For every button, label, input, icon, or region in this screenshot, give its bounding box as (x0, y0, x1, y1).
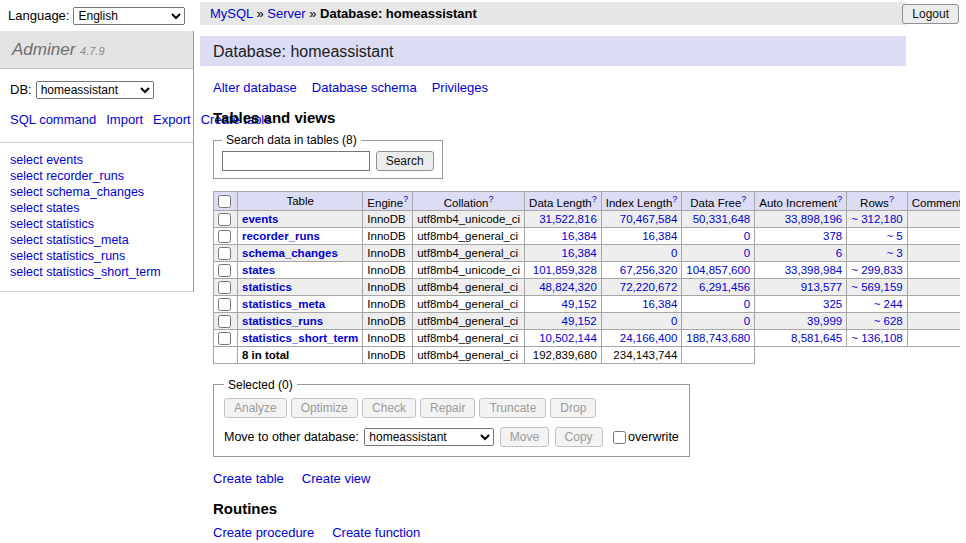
create-table-link[interactable]: Create table (213, 471, 284, 486)
data-length-states[interactable]: 101,859,328 (533, 264, 597, 276)
action-privileges[interactable]: Privileges (432, 80, 488, 95)
data-length-events[interactable]: 31,522,816 (539, 213, 597, 225)
auto-increment-statistics-short-term[interactable]: 8,581,645 (791, 332, 842, 344)
logout-button[interactable]: Logout (902, 4, 959, 24)
optimize-button[interactable]: Optimize (291, 398, 358, 418)
checkbox-statistics-meta[interactable] (218, 298, 231, 311)
table-link-statistics[interactable]: statistics (242, 281, 292, 293)
data-length-recorder-runs[interactable]: 16,384 (562, 230, 597, 242)
repair-button[interactable]: Repair (420, 398, 475, 418)
total-index-length: 234,143,744 (601, 346, 682, 363)
drop-button[interactable]: Drop (550, 398, 596, 418)
help-index-length-icon[interactable]: ? (672, 194, 677, 204)
index-length-events[interactable]: 70,467,584 (620, 213, 678, 225)
index-length-statistics-runs[interactable]: 0 (671, 315, 677, 327)
table-link-schema-changes[interactable]: schema_changes (242, 247, 338, 259)
sidebar-link-export[interactable]: Export (153, 112, 191, 127)
sidebar-select-statistics[interactable]: select statistics (10, 216, 183, 232)
language-select[interactable]: English (73, 7, 185, 25)
data-length-statistics[interactable]: 48,824,320 (539, 281, 597, 293)
move-db-select[interactable]: homeassistant (364, 428, 494, 446)
data-free-events[interactable]: 50,331,648 (693, 213, 751, 225)
analyze-button[interactable]: Analyze (224, 398, 287, 418)
data-length-statistics-meta[interactable]: 49,152 (562, 298, 597, 310)
table-link-statistics-short-term[interactable]: statistics_short_term (242, 332, 358, 344)
help-collation-icon[interactable]: ? (488, 194, 493, 204)
checkbox-statistics[interactable] (218, 281, 231, 294)
data-free-statistics-meta[interactable]: 0 (744, 298, 750, 310)
rows-recorder-runs[interactable]: ~ 5 (886, 230, 902, 242)
move-button[interactable]: Move (500, 427, 549, 447)
rows-events[interactable]: ~ 312,180 (851, 213, 902, 225)
help-data-free-icon[interactable]: ? (741, 194, 746, 204)
sidebar-link-import[interactable]: Import (106, 112, 143, 127)
checkbox-states[interactable] (218, 264, 231, 277)
breadcrumb-mysql[interactable]: MySQL (210, 6, 253, 21)
checkbox-statistics-short-term[interactable] (218, 332, 231, 345)
index-length-recorder-runs[interactable]: 16,384 (642, 230, 677, 242)
auto-increment-statistics-meta[interactable]: 325 (823, 298, 842, 310)
breadcrumb-server[interactable]: Server (267, 6, 305, 21)
sidebar-select-schema-changes[interactable]: select schema_changes (10, 184, 183, 200)
table-link-statistics-runs[interactable]: statistics_runs (242, 315, 323, 327)
auto-increment-schema-changes[interactable]: 6 (836, 247, 842, 259)
rows-statistics-short-term[interactable]: ~ 136,108 (851, 332, 902, 344)
sidebar-select-statistics-runs[interactable]: select statistics_runs (10, 248, 183, 264)
help-auto-increment-icon[interactable]: ? (837, 194, 842, 204)
auto-increment-recorder-runs[interactable]: 378 (823, 230, 842, 242)
data-length-schema-changes[interactable]: 16,384 (562, 247, 597, 259)
create-function-link[interactable]: Create function (332, 525, 420, 540)
help-rows-icon[interactable]: ? (889, 194, 894, 204)
data-free-statistics-short-term[interactable]: 188,743,680 (686, 332, 750, 344)
sidebar-select-states[interactable]: select states (10, 200, 183, 216)
auto-increment-statistics-runs[interactable]: 39,999 (807, 315, 842, 327)
rows-states[interactable]: ~ 299,833 (851, 264, 902, 276)
rows-schema-changes[interactable]: ~ 3 (886, 247, 902, 259)
data-length-statistics-runs[interactable]: 49,152 (562, 315, 597, 327)
sidebar-select-recorder-runs[interactable]: select recorder_runs (10, 168, 183, 184)
create-procedure-link[interactable]: Create procedure (213, 525, 314, 540)
auto-increment-statistics[interactable]: 913,577 (801, 281, 843, 293)
checkbox-statistics-runs[interactable] (218, 315, 231, 328)
sidebar-link-sql-command[interactable]: SQL command (10, 112, 96, 127)
sidebar-select-statistics-short-term[interactable]: select statistics_short_term (10, 264, 183, 280)
rows-statistics-runs[interactable]: ~ 628 (874, 315, 903, 327)
checkbox-events[interactable] (218, 213, 231, 226)
truncate-button[interactable]: Truncate (479, 398, 546, 418)
sidebar-select-events[interactable]: select events (10, 152, 183, 168)
auto-increment-events[interactable]: 33,898,196 (785, 213, 843, 225)
table-link-states[interactable]: states (242, 264, 275, 276)
sidebar-select-statistics-meta[interactable]: select statistics_meta (10, 232, 183, 248)
table-link-recorder-runs[interactable]: recorder_runs (242, 230, 320, 242)
create-view-link[interactable]: Create view (302, 471, 371, 486)
data-free-schema-changes[interactable]: 0 (744, 247, 750, 259)
rows-statistics-meta[interactable]: ~ 244 (874, 298, 903, 310)
search-input[interactable] (222, 151, 370, 171)
index-length-statistics[interactable]: 72,220,672 (620, 281, 678, 293)
data-free-recorder-runs[interactable]: 0 (744, 230, 750, 242)
auto-increment-states[interactable]: 33,398,984 (785, 264, 843, 276)
index-length-statistics-meta[interactable]: 16,384 (642, 298, 677, 310)
action-database-schema[interactable]: Database schema (312, 80, 417, 95)
rows-statistics[interactable]: ~ 569,159 (851, 281, 902, 293)
overwrite-checkbox[interactable] (613, 431, 626, 444)
action-alter-database[interactable]: Alter database (213, 80, 297, 95)
index-length-statistics-short-term[interactable]: 24,166,400 (620, 332, 678, 344)
help-data-length-icon[interactable]: ? (592, 194, 597, 204)
index-length-states[interactable]: 67,256,320 (620, 264, 678, 276)
check-button[interactable]: Check (362, 398, 416, 418)
data-free-statistics-runs[interactable]: 0 (744, 315, 750, 327)
data-free-statistics[interactable]: 6,291,456 (699, 281, 750, 293)
data-free-states[interactable]: 104,857,600 (686, 264, 750, 276)
table-link-events[interactable]: events (242, 213, 278, 225)
select-all-checkbox[interactable] (218, 195, 231, 208)
table-link-statistics-meta[interactable]: statistics_meta (242, 298, 325, 310)
checkbox-recorder-runs[interactable] (218, 230, 231, 243)
data-length-statistics-short-term[interactable]: 10,502,144 (539, 332, 597, 344)
checkbox-schema-changes[interactable] (218, 247, 231, 260)
copy-button[interactable]: Copy (555, 427, 603, 447)
search-button[interactable]: Search (376, 151, 434, 171)
index-length-schema-changes[interactable]: 0 (671, 247, 677, 259)
help-engine-icon[interactable]: ? (403, 194, 408, 204)
db-select[interactable]: homeassistant (36, 81, 154, 99)
